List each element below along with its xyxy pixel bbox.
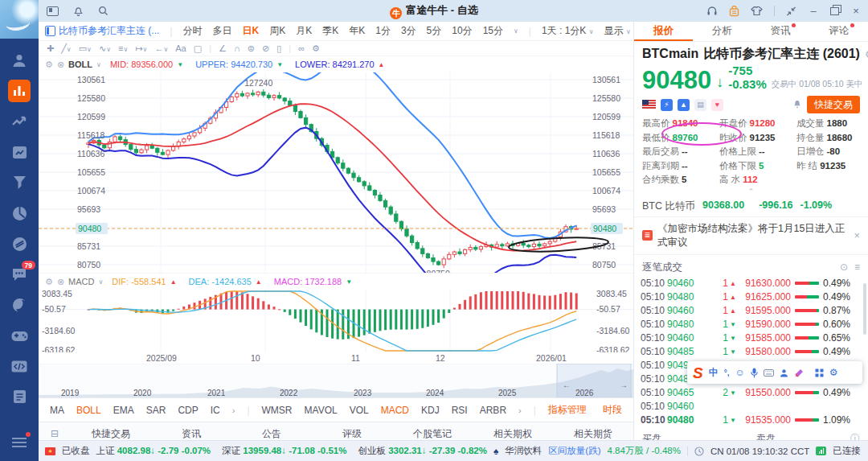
boll-dropdown-icon[interactable]: ∨	[96, 61, 101, 68]
rectangle-tool-icon[interactable]: ▭∨	[79, 43, 92, 54]
favorite-heart-icon[interactable]: ♥	[711, 99, 723, 111]
period-tab-月K[interactable]: 月K	[296, 24, 312, 38]
period-tab-季K[interactable]: 季K	[322, 24, 338, 38]
indicator-tab-MA[interactable]: MA	[50, 405, 64, 416]
trendline-tool-icon[interactable]: ╱∨	[61, 43, 71, 54]
tick-row[interactable]: 05:1090460	[634, 400, 868, 414]
sogou-keyboard-icon[interactable]	[764, 369, 774, 377]
analysis-badge-icon[interactable]: ▲	[678, 99, 690, 111]
more-main-indicators-icon[interactable]: ›	[232, 405, 235, 415]
panel-tab-分析[interactable]: 分析	[693, 22, 751, 41]
indicator-tab-MACD[interactable]: MACD	[381, 405, 409, 416]
tick-row[interactable]: 05:10904851▼91580.0000.49%	[634, 345, 868, 359]
restore-button[interactable]	[830, 7, 839, 15]
tick-row[interactable]: 05:10904652▼91550.0000.49%	[634, 386, 868, 400]
collapse-window-icon[interactable]	[786, 6, 796, 16]
tick-row[interactable]: 05:10904801▼91590.0000.60%	[634, 318, 868, 331]
period-tab-日K[interactable]: 日K	[242, 24, 259, 38]
sogou-account-icon[interactable]	[780, 368, 788, 377]
quote-settings-gear-icon[interactable]: ⚙	[865, 48, 868, 60]
magnet-tool-icon[interactable]: ∩	[234, 43, 240, 53]
indicator-manager-link[interactable]: 指标管理	[548, 403, 587, 417]
docs-icon[interactable]	[0, 381, 39, 412]
sogou-punct-icon[interactable]: °,	[724, 368, 730, 377]
panel-tab-报价[interactable]: 报价	[634, 22, 693, 41]
bottom-tab-相关期货[interactable]: 相关期货	[553, 427, 633, 441]
session-link[interactable]: 时段	[603, 403, 622, 417]
index-上证[interactable]: 上证 4082.98↓ -2.79 -0.07%	[96, 445, 211, 457]
alert-bell-icon[interactable]	[792, 98, 802, 111]
theme-shirt-icon[interactable]	[751, 6, 763, 16]
move-tool-icon[interactable]: ✚	[47, 43, 54, 54]
sogou-mic-icon[interactable]	[751, 368, 758, 378]
alert-stock-name[interactable]: 华润饮料	[505, 445, 542, 457]
profile-icon[interactable]	[0, 45, 39, 76]
panel-tab-资讯[interactable]: 资讯	[751, 22, 810, 41]
boll-settings-icon[interactable]: ⚙	[45, 60, 53, 70]
angle-tool-icon[interactable]: ∠	[219, 43, 227, 54]
sogou-settings-icon[interactable]: ⚙	[829, 367, 838, 378]
trade-icon[interactable]	[0, 106, 39, 137]
period-tab-3分[interactable]: 3分	[401, 24, 416, 38]
bottom-tab-公告[interactable]: 公告	[231, 427, 312, 441]
bottom-tab-相关期权[interactable]: 相关期权	[473, 427, 553, 441]
scurve-tool-icon[interactable]: ⊜	[248, 43, 255, 54]
index-深证[interactable]: 深证 13959.48↓ -71.08 -0.51%	[222, 445, 346, 457]
note-badge-icon[interactable]: ▤	[694, 99, 706, 111]
tick-row[interactable]: 05:10904601▼91585.0000.65%	[634, 331, 868, 345]
tick-list-icon[interactable]: ≡	[854, 261, 860, 273]
games-icon[interactable]	[0, 320, 39, 351]
hide-drawings-icon[interactable]: ⊘	[262, 43, 269, 54]
collapse-bottom-panel-icon[interactable]: ⊟	[39, 428, 71, 439]
lightning-badge-icon[interactable]: ⚡	[661, 99, 673, 111]
sogou-logo-icon[interactable]: S	[693, 365, 703, 381]
text-tool-icon[interactable]: Aa	[175, 43, 186, 53]
period-tab-周K[interactable]: 周K	[269, 24, 285, 38]
portfolio-icon[interactable]	[0, 137, 39, 167]
dark-mode-icon[interactable]	[0, 290, 39, 320]
sogou-cn-mode-icon[interactable]: 中	[709, 366, 719, 380]
close-button[interactable]: ×	[850, 5, 862, 17]
macd-settings-icon[interactable]: ⚙	[45, 277, 53, 287]
symbol-tab[interactable]: 比特币参考汇率主连 (...	[45, 24, 159, 38]
arrow-tool-icon[interactable]: ↦∨	[135, 43, 147, 54]
more-sub-indicators-icon[interactable]: ›	[518, 405, 522, 415]
delete-drawings-icon[interactable]: ▯	[276, 43, 281, 54]
collapse-quote-chevron-icon[interactable]: ⌃	[634, 188, 868, 196]
sogou-apps-grid-icon[interactable]	[815, 368, 824, 377]
alert-event[interactable]: 区间放量(跌)	[548, 445, 600, 457]
indicator-tab-BOLL[interactable]: BOLL	[76, 405, 101, 416]
tick-scrollbar[interactable]	[863, 283, 866, 335]
tick-row[interactable]: 05:10904801▼91535.0001.09%	[634, 414, 868, 427]
display-menu[interactable]: 显示 ∨	[604, 24, 631, 38]
quotes-icon-active[interactable]	[0, 76, 39, 106]
bottom-tab-个股笔记[interactable]: 个股笔记	[392, 427, 473, 441]
api-code-icon[interactable]	[0, 351, 39, 381]
quick-trade-button[interactable]: 快捷交易	[807, 96, 860, 113]
indicator-tab-CDP[interactable]: CDP	[178, 405, 198, 416]
member-bag-icon[interactable]	[729, 6, 739, 17]
main-menu-icon[interactable]	[0, 427, 39, 458]
tick-row[interactable]: 05:10904601▲91595.0000.87%	[634, 304, 868, 318]
tick-row[interactable]: 05:10904601▲91630.0000.49%	[634, 277, 868, 290]
pie-chart-icon[interactable]	[0, 198, 39, 228]
navigator-right-handle[interactable]: →	[620, 381, 628, 389]
news-banner[interactable]: ≣ 《加密市场结构法案》将于1月15日进入正式审议 ×	[634, 217, 868, 255]
link-charts-icon[interactable]: ∞	[298, 43, 305, 53]
indicator-tab-RSI[interactable]: RSI	[452, 405, 468, 416]
news-close-icon[interactable]: ×	[854, 229, 860, 241]
chart-navigator[interactable]: ←→20192020202120222023202420252026	[39, 364, 633, 397]
tool-settings-gear-icon[interactable]: ⚙	[312, 43, 320, 54]
wave-tool-icon[interactable]: ∿∨	[99, 43, 111, 54]
indicator-tab-IC[interactable]: IC	[211, 405, 220, 416]
macd-dropdown-icon[interactable]: ∨	[98, 278, 103, 286]
period-tab-10分[interactable]: 10分	[452, 24, 472, 38]
headset-icon[interactable]	[706, 6, 718, 16]
back-arrow-tool-icon[interactable]: ←∨	[154, 43, 168, 53]
indicator-tab-EMA[interactable]: EMA	[113, 405, 134, 416]
minimize-button[interactable]: –	[808, 5, 819, 17]
period-tab-分时[interactable]: 分时	[182, 24, 202, 38]
bottom-tab-快捷交易[interactable]: 快捷交易	[71, 427, 151, 441]
macd-chart[interactable]: 3083.453083.45-50.57-50.57-3184.60-3184.…	[39, 290, 633, 352]
futu-community-icon[interactable]	[0, 228, 39, 259]
